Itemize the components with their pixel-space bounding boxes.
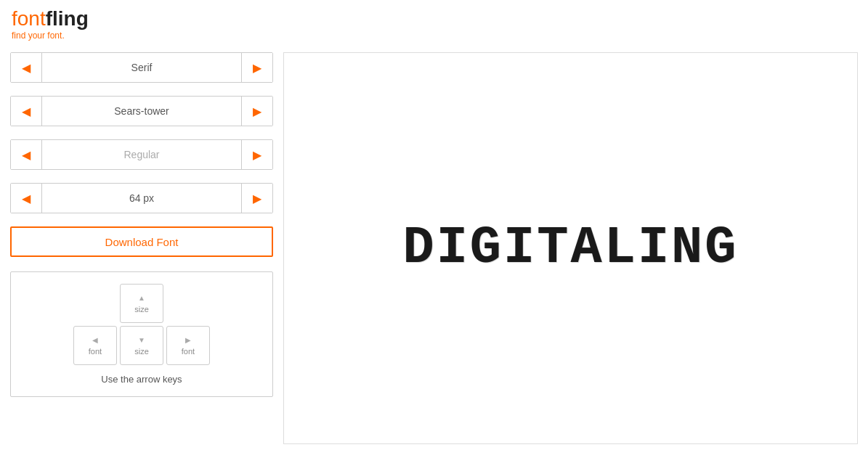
up-arrow-icon: ▲ [138,294,145,302]
down-arrow-icon: ▼ [138,336,145,344]
logo-font-part: font [12,7,46,30]
left-panel: ◀ Serif ▶ ◀ Sears-tower ▶ ◀ Regular ▶ ◀ … [0,45,283,450]
font-preview-panel: DIGITALING [283,52,858,444]
right-key-label: font [182,347,195,356]
category-label: Serif [41,53,242,82]
right-key: ▶ font [166,326,210,365]
download-font-button[interactable]: Download Font [10,226,273,257]
size-prev-button[interactable]: ◀ [11,184,41,213]
tagline: find your font. [12,30,856,41]
left-key-label: font [89,347,102,356]
logo-area: fontfling find your font. [0,0,868,45]
logo: fontfling [12,9,856,29]
down-key-label: size [134,347,149,356]
font-next-button[interactable]: ▶ [242,97,272,126]
logo-fling-part: fling [46,7,89,30]
style-label: Regular [41,140,242,169]
down-key: ▼ size [120,326,163,365]
size-selector: ◀ 64 px ▶ [10,183,273,213]
right-arrow-icon: ▶ [185,336,191,344]
size-next-button[interactable]: ▶ [242,184,272,213]
arrow-diagram: ▲ size ◀ font ▼ size ▶ [10,271,273,397]
main-layout: ◀ Serif ▶ ◀ Sears-tower ▶ ◀ Regular ▶ ◀ … [0,45,868,450]
up-key-label: size [134,305,149,314]
left-key: ◀ font [73,326,117,365]
style-prev-button[interactable]: ◀ [11,140,41,169]
font-preview-text: DIGITALING [402,218,738,278]
size-label: 64 px [41,184,242,213]
style-selector: ◀ Regular ▶ [10,139,273,170]
left-arrow-icon: ◀ [92,336,98,344]
arrow-keys-grid: ▲ size ◀ font ▼ size ▶ [73,284,210,365]
category-next-button[interactable]: ▶ [242,53,272,82]
style-next-button[interactable]: ▶ [242,140,272,169]
top-key-row: ▲ size [120,284,163,323]
font-label: Sears-tower [41,97,242,126]
category-prev-button[interactable]: ◀ [11,53,41,82]
font-selector: ◀ Sears-tower ▶ [10,96,273,126]
arrow-diagram-instruction: Use the arrow keys [101,374,182,385]
up-key: ▲ size [120,284,163,323]
category-selector: ◀ Serif ▶ [10,52,273,83]
bottom-key-row: ◀ font ▼ size ▶ font [73,326,210,365]
font-prev-button[interactable]: ◀ [11,97,41,126]
